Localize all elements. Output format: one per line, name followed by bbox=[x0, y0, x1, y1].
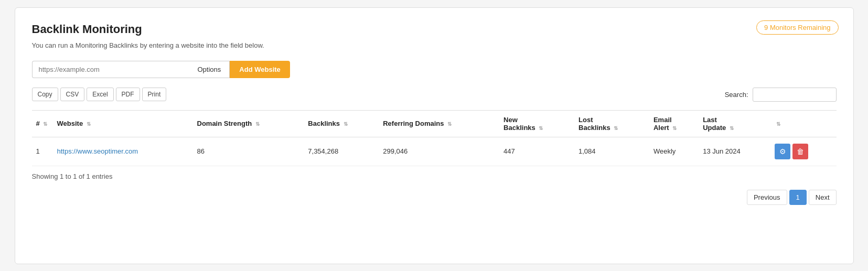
copy-button[interactable]: Copy bbox=[32, 88, 58, 101]
cell-last-update: 13 Jun 2024 bbox=[699, 137, 770, 166]
pagination-row: Previous 1 Next bbox=[32, 190, 837, 205]
website-link[interactable]: https://www.seoptimer.com bbox=[57, 147, 138, 155]
sort-icon-backlinks: ⇅ bbox=[344, 121, 348, 127]
cell-index: 1 bbox=[32, 137, 53, 166]
input-row: Options Add Website bbox=[32, 61, 837, 78]
cell-actions: ⚙ 🗑 bbox=[770, 137, 836, 166]
cell-email-alert: Weekly bbox=[649, 137, 699, 166]
search-row: Search: bbox=[725, 88, 837, 102]
toolbar-row: Copy CSV Excel PDF Print Search: bbox=[32, 88, 837, 102]
col-actions: ⇅ bbox=[770, 110, 836, 137]
previous-button[interactable]: Previous bbox=[747, 190, 787, 205]
table-row: 1 https://www.seoptimer.com 86 7,354,268… bbox=[32, 137, 837, 166]
pdf-button[interactable]: PDF bbox=[116, 88, 140, 101]
sort-icon-lost: ⇅ bbox=[614, 125, 618, 131]
sort-icon-index: ⇅ bbox=[43, 121, 47, 127]
main-card: 9 Monitors Remaining Backlink Monitoring… bbox=[15, 7, 854, 264]
sort-icon-referring: ⇅ bbox=[447, 121, 452, 127]
cell-website: https://www.seoptimer.com bbox=[53, 137, 193, 166]
excel-button[interactable]: Excel bbox=[87, 88, 113, 101]
col-referring-domains: Referring Domains ⇅ bbox=[379, 110, 499, 137]
cell-lost-backlinks: 1,084 bbox=[574, 137, 649, 166]
export-buttons: Copy CSV Excel PDF Print bbox=[32, 88, 167, 101]
cell-backlinks: 7,354,268 bbox=[304, 137, 379, 166]
trash-icon: 🗑 bbox=[797, 147, 804, 156]
col-backlinks: Backlinks ⇅ bbox=[304, 110, 379, 137]
sort-icon-domain: ⇅ bbox=[255, 121, 260, 127]
cell-domain-strength: 86 bbox=[193, 137, 304, 166]
col-domain-strength: Domain Strength ⇅ bbox=[193, 110, 304, 137]
sort-icon-website: ⇅ bbox=[87, 121, 91, 127]
monitors-badge-text: 9 Monitors Remaining bbox=[764, 24, 830, 31]
add-website-button[interactable]: Add Website bbox=[230, 61, 290, 78]
col-lost-backlinks: LostBacklinks ⇅ bbox=[574, 110, 649, 137]
url-input[interactable] bbox=[32, 61, 189, 78]
sort-icon-actions: ⇅ bbox=[776, 121, 780, 127]
backlink-table: # ⇅ Website ⇅ Domain Strength ⇅ Backlink… bbox=[32, 110, 837, 166]
search-label: Search: bbox=[725, 91, 748, 99]
options-button[interactable]: Options bbox=[189, 61, 230, 78]
gear-icon: ⚙ bbox=[779, 147, 786, 156]
col-new-backlinks: NewBacklinks ⇅ bbox=[499, 110, 574, 137]
search-input[interactable] bbox=[753, 88, 837, 102]
col-index: # ⇅ bbox=[32, 110, 53, 137]
table-header-row: # ⇅ Website ⇅ Domain Strength ⇅ Backlink… bbox=[32, 110, 837, 137]
page-subtitle: You can run a Monitoring Backlinks by en… bbox=[32, 41, 837, 49]
sort-icon-email: ⇅ bbox=[672, 125, 677, 131]
delete-button[interactable]: 🗑 bbox=[792, 144, 808, 159]
action-buttons: ⚙ 🗑 bbox=[775, 144, 832, 159]
cell-referring-domains: 299,046 bbox=[379, 137, 499, 166]
col-last-update: LastUpdate ⇅ bbox=[699, 110, 770, 137]
sort-icon-last-update: ⇅ bbox=[730, 125, 734, 131]
print-button[interactable]: Print bbox=[142, 88, 167, 101]
settings-button[interactable]: ⚙ bbox=[775, 144, 790, 159]
col-email-alert: EmailAlert ⇅ bbox=[649, 110, 699, 137]
cell-new-backlinks: 447 bbox=[499, 137, 574, 166]
page-1-button[interactable]: 1 bbox=[789, 190, 807, 205]
sort-icon-new: ⇅ bbox=[539, 125, 543, 131]
page-title: Backlink Monitoring bbox=[32, 23, 837, 36]
monitors-badge: 9 Monitors Remaining bbox=[756, 20, 838, 35]
next-button[interactable]: Next bbox=[809, 190, 837, 205]
showing-text: Showing 1 to 1 of 1 entries bbox=[32, 172, 837, 180]
csv-button[interactable]: CSV bbox=[60, 88, 85, 101]
col-website: Website ⇅ bbox=[53, 110, 193, 137]
